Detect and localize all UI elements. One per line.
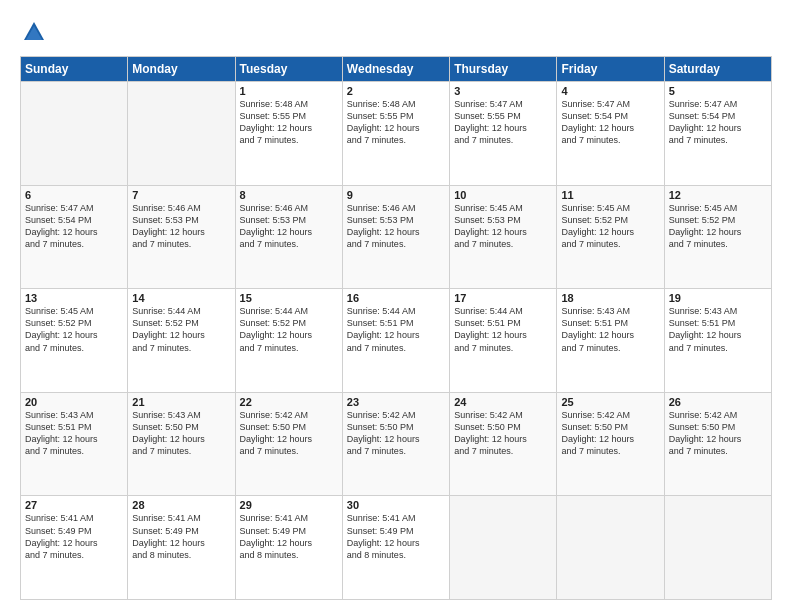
- day-number: 17: [454, 292, 552, 304]
- day-info: Sunrise: 5:46 AM Sunset: 5:53 PM Dayligh…: [347, 202, 445, 251]
- day-info: Sunrise: 5:46 AM Sunset: 5:53 PM Dayligh…: [240, 202, 338, 251]
- calendar-cell: 23Sunrise: 5:42 AM Sunset: 5:50 PM Dayli…: [342, 392, 449, 496]
- day-number: 22: [240, 396, 338, 408]
- day-number: 11: [561, 189, 659, 201]
- day-number: 24: [454, 396, 552, 408]
- day-number: 9: [347, 189, 445, 201]
- calendar-cell: [450, 496, 557, 600]
- calendar-cell: 17Sunrise: 5:44 AM Sunset: 5:51 PM Dayli…: [450, 289, 557, 393]
- calendar-header-thursday: Thursday: [450, 57, 557, 82]
- day-number: 7: [132, 189, 230, 201]
- day-number: 2: [347, 85, 445, 97]
- header: [20, 18, 772, 46]
- day-info: Sunrise: 5:43 AM Sunset: 5:50 PM Dayligh…: [132, 409, 230, 458]
- calendar-header-monday: Monday: [128, 57, 235, 82]
- day-info: Sunrise: 5:47 AM Sunset: 5:54 PM Dayligh…: [25, 202, 123, 251]
- day-info: Sunrise: 5:41 AM Sunset: 5:49 PM Dayligh…: [240, 512, 338, 561]
- day-info: Sunrise: 5:44 AM Sunset: 5:51 PM Dayligh…: [347, 305, 445, 354]
- day-number: 27: [25, 499, 123, 511]
- day-number: 15: [240, 292, 338, 304]
- calendar-cell: [557, 496, 664, 600]
- day-info: Sunrise: 5:41 AM Sunset: 5:49 PM Dayligh…: [25, 512, 123, 561]
- calendar-cell: 16Sunrise: 5:44 AM Sunset: 5:51 PM Dayli…: [342, 289, 449, 393]
- day-number: 14: [132, 292, 230, 304]
- calendar-cell: 10Sunrise: 5:45 AM Sunset: 5:53 PM Dayli…: [450, 185, 557, 289]
- calendar-week-row: 6Sunrise: 5:47 AM Sunset: 5:54 PM Daylig…: [21, 185, 772, 289]
- day-info: Sunrise: 5:45 AM Sunset: 5:53 PM Dayligh…: [454, 202, 552, 251]
- calendar-cell: 13Sunrise: 5:45 AM Sunset: 5:52 PM Dayli…: [21, 289, 128, 393]
- day-number: 23: [347, 396, 445, 408]
- calendar-week-row: 27Sunrise: 5:41 AM Sunset: 5:49 PM Dayli…: [21, 496, 772, 600]
- calendar-header-sunday: Sunday: [21, 57, 128, 82]
- day-info: Sunrise: 5:45 AM Sunset: 5:52 PM Dayligh…: [561, 202, 659, 251]
- calendar-cell: 14Sunrise: 5:44 AM Sunset: 5:52 PM Dayli…: [128, 289, 235, 393]
- calendar-cell: 18Sunrise: 5:43 AM Sunset: 5:51 PM Dayli…: [557, 289, 664, 393]
- day-number: 25: [561, 396, 659, 408]
- day-number: 29: [240, 499, 338, 511]
- calendar-cell: 9Sunrise: 5:46 AM Sunset: 5:53 PM Daylig…: [342, 185, 449, 289]
- day-info: Sunrise: 5:42 AM Sunset: 5:50 PM Dayligh…: [669, 409, 767, 458]
- calendar-header-saturday: Saturday: [664, 57, 771, 82]
- day-number: 12: [669, 189, 767, 201]
- day-number: 28: [132, 499, 230, 511]
- calendar-cell: 30Sunrise: 5:41 AM Sunset: 5:49 PM Dayli…: [342, 496, 449, 600]
- calendar-cell: 12Sunrise: 5:45 AM Sunset: 5:52 PM Dayli…: [664, 185, 771, 289]
- calendar-cell: 15Sunrise: 5:44 AM Sunset: 5:52 PM Dayli…: [235, 289, 342, 393]
- day-info: Sunrise: 5:42 AM Sunset: 5:50 PM Dayligh…: [454, 409, 552, 458]
- day-number: 13: [25, 292, 123, 304]
- calendar-table: SundayMondayTuesdayWednesdayThursdayFrid…: [20, 56, 772, 600]
- day-info: Sunrise: 5:46 AM Sunset: 5:53 PM Dayligh…: [132, 202, 230, 251]
- calendar-header-friday: Friday: [557, 57, 664, 82]
- calendar-header-row: SundayMondayTuesdayWednesdayThursdayFrid…: [21, 57, 772, 82]
- calendar-cell: [21, 82, 128, 186]
- calendar-cell: 3Sunrise: 5:47 AM Sunset: 5:55 PM Daylig…: [450, 82, 557, 186]
- day-number: 16: [347, 292, 445, 304]
- day-number: 4: [561, 85, 659, 97]
- day-number: 26: [669, 396, 767, 408]
- day-info: Sunrise: 5:43 AM Sunset: 5:51 PM Dayligh…: [25, 409, 123, 458]
- calendar-cell: 5Sunrise: 5:47 AM Sunset: 5:54 PM Daylig…: [664, 82, 771, 186]
- day-info: Sunrise: 5:44 AM Sunset: 5:52 PM Dayligh…: [240, 305, 338, 354]
- day-number: 3: [454, 85, 552, 97]
- calendar-cell: 28Sunrise: 5:41 AM Sunset: 5:49 PM Dayli…: [128, 496, 235, 600]
- calendar-cell: 6Sunrise: 5:47 AM Sunset: 5:54 PM Daylig…: [21, 185, 128, 289]
- calendar-cell: 22Sunrise: 5:42 AM Sunset: 5:50 PM Dayli…: [235, 392, 342, 496]
- logo-icon: [20, 18, 48, 46]
- day-number: 8: [240, 189, 338, 201]
- calendar-cell: 27Sunrise: 5:41 AM Sunset: 5:49 PM Dayli…: [21, 496, 128, 600]
- day-info: Sunrise: 5:44 AM Sunset: 5:52 PM Dayligh…: [132, 305, 230, 354]
- calendar-cell: 2Sunrise: 5:48 AM Sunset: 5:55 PM Daylig…: [342, 82, 449, 186]
- day-info: Sunrise: 5:47 AM Sunset: 5:55 PM Dayligh…: [454, 98, 552, 147]
- day-info: Sunrise: 5:42 AM Sunset: 5:50 PM Dayligh…: [347, 409, 445, 458]
- calendar-cell: 19Sunrise: 5:43 AM Sunset: 5:51 PM Dayli…: [664, 289, 771, 393]
- day-info: Sunrise: 5:48 AM Sunset: 5:55 PM Dayligh…: [240, 98, 338, 147]
- calendar-cell: [128, 82, 235, 186]
- calendar-cell: 8Sunrise: 5:46 AM Sunset: 5:53 PM Daylig…: [235, 185, 342, 289]
- calendar-week-row: 20Sunrise: 5:43 AM Sunset: 5:51 PM Dayli…: [21, 392, 772, 496]
- day-number: 10: [454, 189, 552, 201]
- calendar-cell: 1Sunrise: 5:48 AM Sunset: 5:55 PM Daylig…: [235, 82, 342, 186]
- calendar-header-tuesday: Tuesday: [235, 57, 342, 82]
- day-number: 30: [347, 499, 445, 511]
- calendar-cell: [664, 496, 771, 600]
- day-number: 6: [25, 189, 123, 201]
- day-number: 18: [561, 292, 659, 304]
- day-number: 20: [25, 396, 123, 408]
- day-number: 21: [132, 396, 230, 408]
- calendar-cell: 4Sunrise: 5:47 AM Sunset: 5:54 PM Daylig…: [557, 82, 664, 186]
- day-info: Sunrise: 5:45 AM Sunset: 5:52 PM Dayligh…: [669, 202, 767, 251]
- day-info: Sunrise: 5:47 AM Sunset: 5:54 PM Dayligh…: [669, 98, 767, 147]
- day-info: Sunrise: 5:42 AM Sunset: 5:50 PM Dayligh…: [561, 409, 659, 458]
- day-info: Sunrise: 5:41 AM Sunset: 5:49 PM Dayligh…: [347, 512, 445, 561]
- day-info: Sunrise: 5:44 AM Sunset: 5:51 PM Dayligh…: [454, 305, 552, 354]
- day-info: Sunrise: 5:42 AM Sunset: 5:50 PM Dayligh…: [240, 409, 338, 458]
- page: SundayMondayTuesdayWednesdayThursdayFrid…: [0, 0, 792, 612]
- calendar-week-row: 13Sunrise: 5:45 AM Sunset: 5:52 PM Dayli…: [21, 289, 772, 393]
- day-number: 5: [669, 85, 767, 97]
- calendar-cell: 11Sunrise: 5:45 AM Sunset: 5:52 PM Dayli…: [557, 185, 664, 289]
- day-info: Sunrise: 5:45 AM Sunset: 5:52 PM Dayligh…: [25, 305, 123, 354]
- day-info: Sunrise: 5:43 AM Sunset: 5:51 PM Dayligh…: [669, 305, 767, 354]
- day-info: Sunrise: 5:43 AM Sunset: 5:51 PM Dayligh…: [561, 305, 659, 354]
- day-number: 19: [669, 292, 767, 304]
- calendar-cell: 26Sunrise: 5:42 AM Sunset: 5:50 PM Dayli…: [664, 392, 771, 496]
